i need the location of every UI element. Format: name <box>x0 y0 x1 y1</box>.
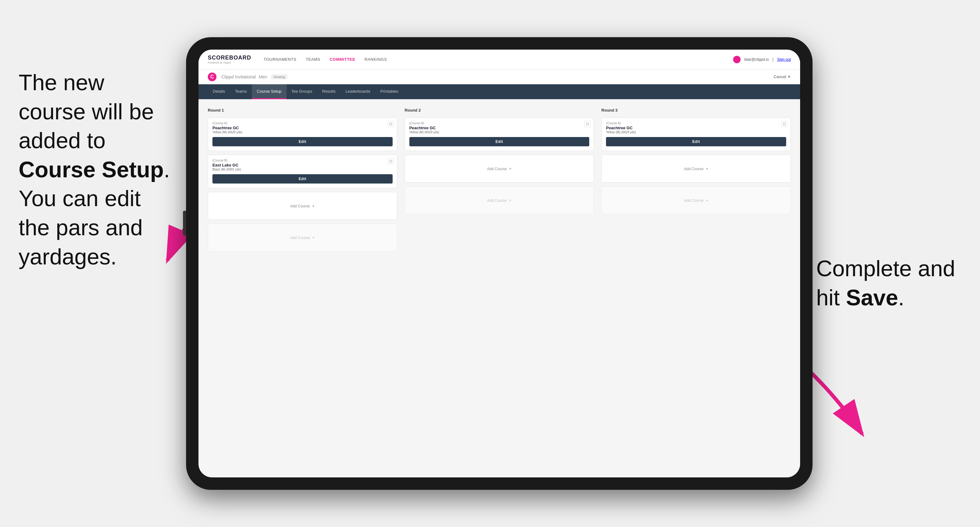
round-1-course-b-edit[interactable]: Edit <box>212 174 393 184</box>
tab-leaderboards[interactable]: Leaderboards <box>340 84 375 99</box>
round-1-title: Round 1 <box>208 108 397 113</box>
round-1-course-a-name: Peachtree GC <box>212 125 393 130</box>
tab-results[interactable]: Results <box>317 84 340 99</box>
round-2-course-a-label: (Course A) <box>409 122 590 125</box>
top-nav: SCOREBOARD Powered by clippd TOURNAMENTS… <box>199 49 800 70</box>
round-1-course-b-label: (Course B) <box>212 159 393 162</box>
round-3-course-a-delete[interactable]: ⊡ <box>781 121 788 127</box>
round-2-course-a-name: Peachtree GC <box>409 125 590 130</box>
logo-sub: Powered by clippd <box>208 61 251 64</box>
round-1-course-a-card: ⊡ (Course A) Peachtree GC Yellow (M) (66… <box>208 117 397 151</box>
nav-separator: | <box>773 57 773 62</box>
nav-rankings[interactable]: RANKINGS <box>364 57 387 62</box>
tabs-bar: Details Teams Course Setup Tee Groups Re… <box>199 84 800 99</box>
round-1-add-course-disabled-label: Add Course + <box>290 235 315 240</box>
round-3-course-a-label: (Course A) <box>606 122 786 125</box>
tab-printables[interactable]: Printables <box>375 84 403 99</box>
annotation-right: Complete andhit Save. <box>816 254 955 312</box>
round-1-course-b-card: ⊡ (Course B) East Lake GC Black (M) (689… <box>208 155 397 188</box>
round-1-course-b-delete[interactable]: ⊡ <box>388 158 394 164</box>
tournament-bar: C Clippd Invitational Men Hosting Cancel… <box>199 70 800 84</box>
annotation-left: The newcourse will beadded toCourse Setu… <box>19 68 170 271</box>
round-2-title: Round 2 <box>405 108 594 113</box>
round-3-add-course-disabled: Add Course + <box>601 186 791 214</box>
top-nav-links: TOURNAMENTS TEAMS COMMITTEE RANKINGS <box>264 57 733 62</box>
sign-out-link[interactable]: Sign out <box>777 57 791 62</box>
nav-tournaments[interactable]: TOURNAMENTS <box>264 57 296 62</box>
tablet-screen: SCOREBOARD Powered by clippd TOURNAMENTS… <box>199 49 800 478</box>
tournament-logo: C <box>208 73 216 81</box>
annotation-left-text: The newcourse will beadded toCourse Setu… <box>19 70 170 269</box>
user-avatar <box>733 56 741 63</box>
logo-title: SCOREBOARD <box>208 54 251 61</box>
nav-committee[interactable]: COMMITTEE <box>330 57 355 62</box>
round-1-column: Round 1 ⊡ (Course A) Peachtree GC Yellow… <box>208 108 397 251</box>
round-2-course-a-details: Yellow (M) (6629 yds) <box>409 130 590 134</box>
round-3-column: Round 3 ⊡ (Course A) Peachtree GC Yellow… <box>601 108 791 251</box>
round-2-add-course-disabled-label: Add Course + <box>487 198 512 203</box>
round-2-course-a-delete[interactable]: ⊡ <box>584 121 590 127</box>
rounds-grid: Round 1 ⊡ (Course A) Peachtree GC Yellow… <box>208 108 791 251</box>
tournament-gender: Men <box>259 75 267 79</box>
nav-teams[interactable]: TEAMS <box>306 57 320 62</box>
tablet-frame: SCOREBOARD Powered by clippd TOURNAMENTS… <box>186 37 813 490</box>
cancel-button[interactable]: Cancel ✕ <box>774 75 791 79</box>
round-3-course-a-card: ⊡ (Course A) Peachtree GC Yellow (M) (66… <box>601 117 791 151</box>
round-3-add-course-active[interactable]: Add Course + <box>601 155 791 183</box>
tab-tee-groups[interactable]: Tee Groups <box>286 84 317 99</box>
user-email: blair@clippd.io <box>744 57 769 62</box>
annotation-right-text: Complete andhit Save. <box>816 256 955 310</box>
round-3-title: Round 3 <box>601 108 791 113</box>
round-3-course-a-edit[interactable]: Edit <box>606 137 786 146</box>
round-1-add-course-disabled: Add Course + <box>208 224 397 251</box>
round-1-course-b-name: East Lake GC <box>212 163 393 167</box>
top-nav-right: blair@clippd.io | Sign out <box>733 56 791 63</box>
main-content: Round 1 ⊡ (Course A) Peachtree GC Yellow… <box>199 99 800 478</box>
round-1-course-b-details: Black (M) (6891 yds) <box>212 168 393 171</box>
round-1-course-a-delete[interactable]: ⊡ <box>388 121 394 127</box>
hosting-badge: Hosting <box>271 75 288 79</box>
round-2-add-course-active[interactable]: Add Course + <box>405 155 594 183</box>
tournament-name: Clippd Invitational Men <box>220 75 267 79</box>
round-1-course-a-label: (Course A) <box>212 122 393 125</box>
round-1-course-a-edit[interactable]: Edit <box>212 137 393 146</box>
round-1-add-course-active[interactable]: Add Course + <box>208 192 397 220</box>
round-1-course-a-details: Yellow (M) (6629 yds) <box>212 130 393 134</box>
tablet-side-button <box>183 211 186 236</box>
round-3-course-a-name: Peachtree GC <box>606 125 786 130</box>
round-3-course-a-details: Yellow (M) (6629 yds) <box>606 130 786 134</box>
round-2-column: Round 2 ⊡ (Course A) Peachtree GC Yellow… <box>405 108 594 251</box>
round-3-add-course-active-label: Add Course + <box>684 166 708 171</box>
tab-teams[interactable]: Teams <box>230 84 252 99</box>
scoreboard-logo: SCOREBOARD Powered by clippd <box>208 54 251 64</box>
round-1-add-course-active-label: Add Course + <box>290 203 315 208</box>
round-2-add-course-disabled: Add Course + <box>405 186 594 214</box>
round-2-course-a-edit[interactable]: Edit <box>409 137 590 146</box>
round-2-add-course-active-label: Add Course + <box>487 166 512 171</box>
tab-course-setup[interactable]: Course Setup <box>252 84 286 99</box>
round-3-add-course-disabled-label: Add Course + <box>684 198 708 203</box>
round-2-course-a-card: ⊡ (Course A) Peachtree GC Yellow (M) (66… <box>405 117 594 151</box>
tab-details[interactable]: Details <box>208 84 230 99</box>
